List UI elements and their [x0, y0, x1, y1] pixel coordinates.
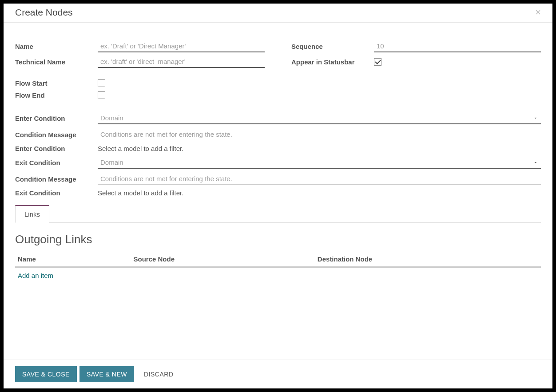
exit-condition-filter-text: Select a model to add a filter. [98, 189, 541, 197]
enter-condition-filter-label: Enter Condition [15, 145, 98, 152]
close-icon[interactable]: × [535, 8, 541, 17]
enter-condition-filter-text: Select a model to add a filter. [98, 145, 541, 152]
sequence-label: Sequence [291, 43, 374, 50]
flow-start-label: Flow Start [15, 79, 98, 87]
col-destination-node: Destination Node [315, 252, 541, 267]
modal-title: Create Nodes [15, 7, 73, 18]
col-source-node: Source Node [131, 252, 314, 267]
exit-condition-label: Exit Condition [15, 159, 98, 166]
col-name: Name [15, 252, 131, 267]
exit-condition-select[interactable] [98, 157, 541, 169]
outgoing-links-table: Name Source Node Destination Node Add an… [15, 252, 541, 283]
exit-condition-filter-label: Exit Condition [15, 189, 98, 197]
condition-message-2-label: Condition Message [15, 175, 98, 183]
condition-message-label: Condition Message [15, 131, 98, 139]
save-new-button[interactable]: SAVE & NEW [79, 366, 134, 382]
tab-links[interactable]: Links [15, 205, 49, 223]
create-nodes-modal: Create Nodes × Name Sequence Technical N… [4, 4, 552, 388]
flow-grid: Flow Start Flow End [15, 79, 541, 99]
tabs: Links [15, 205, 541, 223]
enter-condition-select[interactable] [98, 112, 541, 124]
flow-end-checkbox[interactable] [98, 91, 105, 99]
condition-message-2-input[interactable] [98, 173, 541, 185]
enter-condition-label: Enter Condition [15, 115, 98, 122]
table-row: Add an item [15, 267, 541, 283]
conditions-grid: Enter Condition Condition Message Enter … [15, 112, 541, 197]
name-input[interactable] [98, 40, 265, 52]
appear-statusbar-label: Appear in Statusbar [291, 58, 374, 66]
flow-end-label: Flow End [15, 91, 98, 99]
technical-name-label: Technical Name [15, 58, 98, 66]
name-label: Name [15, 43, 98, 50]
add-item-link[interactable]: Add an item [18, 272, 53, 279]
technical-name-input[interactable] [98, 56, 265, 68]
condition-message-input[interactable] [98, 129, 541, 140]
modal-body: Name Sequence Technical Name Appear in S… [4, 23, 552, 360]
discard-button[interactable]: DISCARD [137, 366, 181, 382]
top-form-grid: Name Sequence Technical Name Appear in S… [15, 40, 541, 68]
save-close-button[interactable]: SAVE & CLOSE [15, 366, 77, 382]
sequence-input[interactable] [374, 40, 541, 52]
appear-statusbar-checkbox[interactable] [374, 58, 381, 66]
flow-start-checkbox[interactable] [98, 79, 105, 87]
modal-footer: SAVE & CLOSE SAVE & NEW DISCARD [4, 360, 552, 388]
modal-header: Create Nodes × [4, 4, 552, 23]
outgoing-links-title: Outgoing Links [15, 233, 541, 246]
